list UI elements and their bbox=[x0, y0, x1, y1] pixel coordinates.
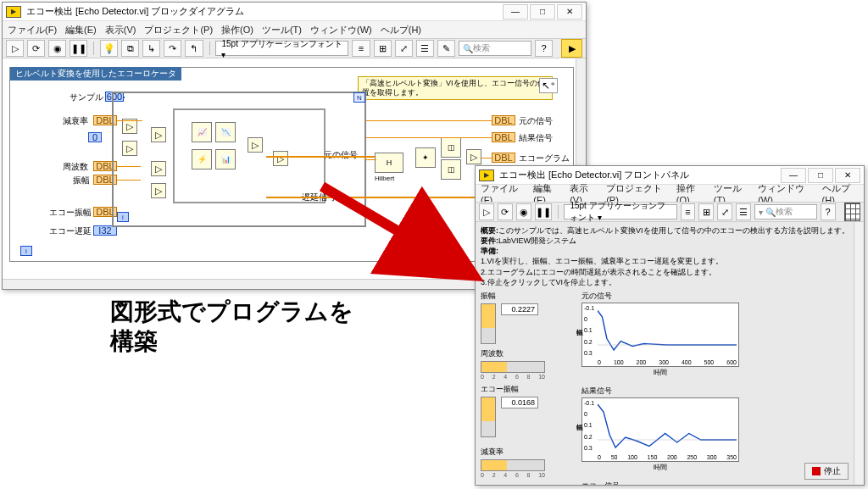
pause-button[interactable]: ❚❚ bbox=[70, 40, 87, 57]
amp-slider[interactable] bbox=[481, 303, 496, 344]
chart-result-plot[interactable]: -0.100.10.20.3振幅050100150200250300350 bbox=[581, 397, 739, 462]
freq-slider[interactable] bbox=[481, 361, 545, 373]
wire bbox=[117, 120, 142, 121]
merge-node[interactable]: ▷ bbox=[466, 149, 481, 164]
font-selector[interactable]: 15pt アプリケーションフォント ▾ bbox=[215, 41, 348, 56]
wire bbox=[481, 158, 492, 158]
echo-amp-value[interactable]: 0.0168 bbox=[501, 397, 538, 408]
frame-caption: ヒルベルト変換を使用したエコーロケータ bbox=[10, 67, 181, 81]
add-node-3[interactable]: ▷ bbox=[151, 183, 166, 198]
align-button[interactable]: ≡ bbox=[352, 40, 370, 57]
tools-cursor-icon[interactable]: ↖⁺ bbox=[539, 78, 558, 93]
run-button[interactable]: ▷ bbox=[6, 40, 24, 57]
reorder-button[interactable]: ☰ bbox=[736, 203, 751, 220]
abort-button[interactable]: ◉ bbox=[516, 203, 531, 220]
highlight-button[interactable]: 💡 bbox=[100, 40, 118, 57]
pause-button[interactable]: ❚❚ bbox=[535, 203, 552, 220]
cleanup-button[interactable]: ✎ bbox=[437, 40, 455, 57]
close-button[interactable]: ✕ bbox=[835, 168, 860, 183]
build-node[interactable]: ▷ bbox=[248, 137, 263, 153]
echogram-ind-label: エコーグラム bbox=[519, 153, 570, 164]
hilbert-vi[interactable]: H bbox=[375, 153, 403, 173]
process-vi-2[interactable]: ◫ bbox=[441, 137, 461, 158]
search-input[interactable]: ▾ 🔍 検索 bbox=[754, 204, 817, 219]
menu-view[interactable]: 表示(V) bbox=[105, 24, 136, 36]
amp-value[interactable]: 0.2227 bbox=[501, 303, 538, 315]
minimize-button[interactable]: — bbox=[503, 4, 528, 19]
menu-tools[interactable]: ツール(T) bbox=[262, 24, 302, 36]
orig-signal-ind-label: 元の信号 bbox=[519, 115, 553, 127]
run-cont-button[interactable]: ⟳ bbox=[498, 203, 513, 220]
orig-signal-wire-label: 元の信号 bbox=[324, 149, 358, 161]
vi-grid-icon[interactable] bbox=[844, 203, 860, 221]
stop-label: 停止 bbox=[824, 465, 841, 477]
chart-orig-plot[interactable]: -0.100.10.20.3振幅0100200300400500600 bbox=[581, 303, 739, 367]
result-signal-terminal[interactable]: DBL bbox=[492, 132, 515, 142]
align-button[interactable]: ≡ bbox=[681, 203, 696, 220]
signal-vi-3[interactable]: ⚡ bbox=[192, 149, 212, 169]
maximize-button[interactable]: □ bbox=[808, 168, 833, 183]
step-out-button[interactable]: ↰ bbox=[185, 40, 203, 57]
chart-result-title: 結果信号 bbox=[581, 386, 739, 397]
freq-control: 周波数 0246810 bbox=[481, 348, 570, 380]
close-button[interactable]: ✕ bbox=[557, 4, 582, 19]
menu-operate[interactable]: 操作(O) bbox=[221, 24, 253, 36]
echo-amp-slider[interactable] bbox=[481, 397, 496, 437]
frame-i-terminal: i bbox=[20, 246, 32, 256]
fp-title: エコー検出 [Echo Detector.vi] フロントパネル bbox=[499, 169, 689, 181]
help-button[interactable]: ? bbox=[535, 40, 553, 57]
wire bbox=[117, 166, 141, 167]
process-vi-1[interactable]: ✦ bbox=[415, 147, 436, 168]
bd-titlebar[interactable]: エコー検出 [Echo Detector.vi] ブロックダイアグラム — □ … bbox=[3, 3, 586, 21]
loop-i-terminal: i bbox=[117, 212, 129, 222]
vi-icon-button[interactable] bbox=[561, 39, 582, 58]
retain-button[interactable]: ⧉ bbox=[121, 40, 139, 57]
fp-scroll-v[interactable] bbox=[854, 222, 864, 485]
freq-ticks: 0246810 bbox=[481, 374, 545, 380]
step-over-button[interactable]: ↷ bbox=[164, 40, 181, 57]
distribute-button[interactable]: ⊞ bbox=[698, 203, 714, 220]
distribute-button[interactable]: ⊞ bbox=[374, 40, 392, 57]
svg-line-4 bbox=[322, 186, 466, 271]
run-cont-button[interactable]: ⟳ bbox=[27, 40, 45, 57]
abort-button[interactable]: ◉ bbox=[48, 40, 66, 57]
menu-edit[interactable]: 編集(E) bbox=[65, 24, 97, 36]
fp-toolbar: ▷ ⟳ ◉ ❚❚ 15pt アプリケーションフォント ▾ ≡ ⊞ ⤢ ☰ ▾ 🔍… bbox=[476, 202, 864, 222]
zero-const[interactable]: 0 bbox=[88, 132, 102, 142]
reorder-button[interactable]: ☰ bbox=[416, 40, 434, 57]
echo-amp-label: エコー振幅 bbox=[481, 384, 570, 395]
menu-window[interactable]: ウィンドウ(W) bbox=[310, 24, 372, 36]
signal-vi-2[interactable]: 📉 bbox=[215, 122, 236, 142]
multiply-node-2[interactable]: ▷ bbox=[122, 141, 137, 156]
process-vi-3[interactable]: ◫ bbox=[441, 159, 461, 180]
stop-button[interactable]: 停止 bbox=[804, 463, 849, 480]
tip-note: 「高速ヒルベルト変換」VIを使用し、エコー信号の位置を取得します。 bbox=[358, 76, 553, 100]
out-node[interactable]: ▷ bbox=[273, 151, 288, 166]
add-node-1[interactable]: ▷ bbox=[151, 127, 166, 142]
resize-button[interactable]: ⤢ bbox=[717, 203, 732, 220]
orig-signal-terminal[interactable]: DBL bbox=[492, 115, 515, 125]
echo-amp-control: エコー振幅 0.0168 bbox=[481, 384, 570, 437]
menu-project[interactable]: プロジェクト(P) bbox=[144, 24, 213, 36]
fp-body[interactable]: 概要:このサンプルでは、高速ヒルベルト変換VIを使用して信号の中のエコーの検出す… bbox=[476, 222, 864, 485]
echogram-terminal[interactable]: DBL bbox=[492, 153, 515, 163]
step-into-button[interactable]: ↳ bbox=[142, 40, 160, 57]
search-input[interactable]: 🔍 検索 bbox=[459, 41, 531, 56]
resize-button[interactable]: ⤢ bbox=[395, 40, 413, 57]
freq-label: 周波数 bbox=[481, 348, 570, 359]
signal-vi-1[interactable]: 📈 bbox=[192, 122, 212, 142]
menu-help[interactable]: ヘルプ(H) bbox=[381, 24, 421, 36]
wire bbox=[366, 137, 492, 138]
wire bbox=[124, 97, 125, 98]
chart-orig: 元の信号 -0.100.10.20.3振幅0100200300400500600… bbox=[581, 291, 739, 377]
bd-toolbar: ▷ ⟳ ◉ ❚❚ 💡 ⧉ ↳ ↷ ↰ 15pt アプリケーションフォント ▾ ≡… bbox=[3, 38, 586, 58]
help-button[interactable]: ? bbox=[821, 203, 836, 220]
font-selector[interactable]: 15pt アプリケーションフォント ▾ bbox=[564, 204, 676, 219]
bd-menubar: ファイル(F) 編集(E) 表示(V) プロジェクト(P) 操作(O) ツール(… bbox=[3, 21, 586, 38]
maximize-button[interactable]: □ bbox=[530, 4, 555, 19]
menu-file[interactable]: ファイル(F) bbox=[8, 24, 57, 36]
atten-slider[interactable] bbox=[481, 459, 545, 471]
minimize-button[interactable]: — bbox=[781, 168, 806, 183]
add-node-2[interactable]: ▷ bbox=[151, 161, 166, 176]
signal-vi-4[interactable]: 📊 bbox=[215, 149, 236, 169]
